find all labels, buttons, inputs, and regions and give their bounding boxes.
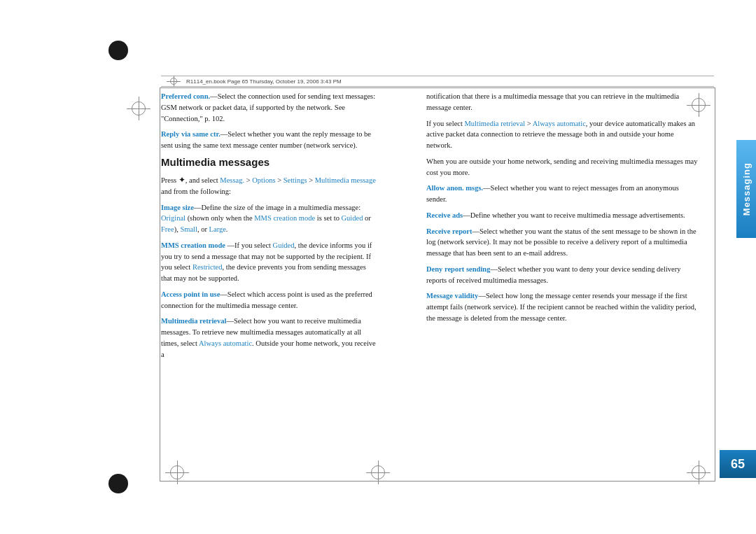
menu-icon: ✦ — [178, 175, 186, 185]
mms-creation-mode-link: MMS creation mode — [254, 214, 315, 222]
always-automatic-link: Always automatic — [199, 339, 252, 347]
settings-link: Settings — [284, 176, 307, 184]
border-bottom — [160, 481, 715, 482]
border-left — [160, 87, 160, 482]
if-select-para: If you select Multimedia retrieval > Alw… — [426, 118, 700, 151]
reg-mark-outer-tl — [132, 101, 146, 115]
messag-link: Messag. — [220, 176, 244, 184]
left-column: Preferred conn.—Select the connection us… — [161, 91, 378, 478]
receive-report-para: Receive report—Select whether you want t… — [426, 226, 700, 259]
receive-report-term: Receive report — [426, 227, 472, 235]
mms-creation-term: MMS creation mode — [161, 241, 225, 249]
guided-link1: Guided — [342, 214, 363, 222]
border-top — [160, 87, 715, 88]
header-text: R1114_en.book Page 65 Thursday, October … — [186, 78, 342, 85]
receive-ads-para: Receive ads—Define whether you want to r… — [426, 210, 700, 221]
large-link: Large — [209, 225, 226, 233]
outside-text-para: When you are outside your home network, … — [426, 156, 700, 178]
multimedia-retrieval-term: Multimedia retrieval — [161, 317, 226, 325]
message-validity-para: Message validity—Select how long the mes… — [426, 290, 700, 323]
reply-via-term: Reply via same ctr. — [161, 130, 220, 138]
image-size-para: Image size—Define the size of the image … — [161, 202, 378, 235]
small-link: Small — [180, 225, 197, 233]
restricted-link: Restricted — [192, 263, 223, 271]
always-automatic-link2: Always automatic — [533, 120, 586, 127]
guided-link2: Guided — [273, 241, 295, 249]
right-column: notification that there is a multimedia … — [426, 91, 700, 478]
mms-creation-para: MMS creation mode —If you select Guided,… — [161, 240, 378, 284]
page-number: 65 — [731, 457, 745, 472]
preferred-conn-term: Preferred conn. — [161, 92, 210, 100]
intro-para: Press ✦, and select Messag. > Options > … — [161, 174, 378, 197]
access-point-para: Access point in use—Select which access … — [161, 289, 378, 311]
right-sidebar: Messaging 65 — [720, 0, 756, 534]
deny-report-term: Deny report sending — [426, 265, 490, 273]
border-right — [715, 87, 715, 482]
reg-circle-tl — [108, 41, 128, 60]
page-number-box: 65 — [720, 450, 756, 478]
receive-ads-term: Receive ads — [426, 211, 463, 219]
header-bar: R1114_en.book Page 65 Thursday, October … — [161, 76, 714, 87]
content-area: Preferred conn.—Select the connection us… — [161, 91, 700, 478]
reply-via-para: Reply via same ctr.—Select whether you w… — [161, 129, 378, 151]
reg-mark-top-left — [167, 76, 181, 87]
options-link: Options — [252, 176, 275, 184]
original-link: Original — [161, 214, 186, 222]
multimedia-retrieval-link2: Multimedia retrieval — [465, 120, 526, 127]
messaging-tab-label: Messaging — [741, 162, 752, 216]
messaging-tab: Messaging — [736, 140, 756, 238]
allow-anon-para: Allow anon. msgs.—Select whether you wan… — [426, 183, 700, 205]
image-size-term: Image size — [161, 204, 194, 211]
reg-circle-bl — [108, 474, 128, 493]
free-link: Free — [161, 225, 174, 233]
notification-para: notification that there is a multimedia … — [426, 91, 700, 113]
deny-report-para: Deny report sending—Select whether you w… — [426, 264, 700, 286]
column-divider — [402, 91, 402, 478]
multimedia-retrieval-para: Multimedia retrieval—Select how you want… — [161, 316, 378, 360]
multimedia-message-link: Multimedia message — [315, 176, 376, 184]
access-point-term: Access point in use — [161, 290, 220, 298]
message-validity-term: Message validity — [426, 292, 478, 300]
allow-anon-term: Allow anon. msgs. — [426, 184, 483, 192]
page-container: R1114_en.book Page 65 Thursday, October … — [0, 0, 756, 534]
preferred-conn-para: Preferred conn.—Select the connection us… — [161, 91, 378, 124]
multimedia-heading: Multimedia messages — [161, 156, 378, 168]
